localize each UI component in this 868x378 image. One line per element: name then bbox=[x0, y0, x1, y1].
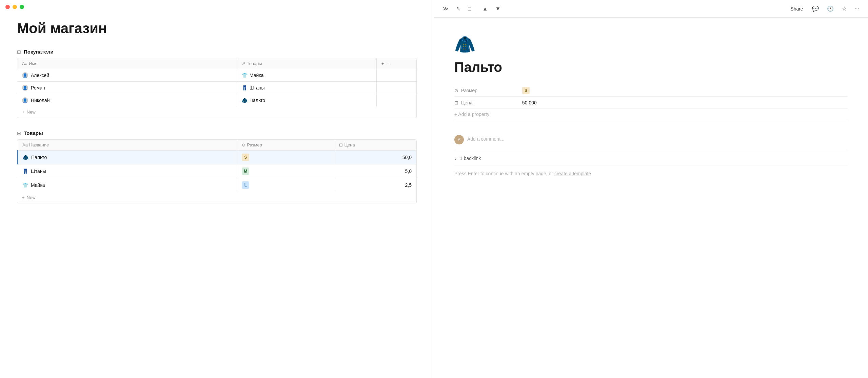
goods-col-name[interactable]: Аа Название bbox=[18, 140, 237, 151]
good-name-cell: 👕 Майка bbox=[18, 178, 237, 192]
text-col-icon-2: Аа bbox=[22, 142, 28, 147]
size-badge: M bbox=[242, 167, 249, 175]
good-name: Майка bbox=[31, 182, 45, 188]
good-size-cell: L bbox=[237, 178, 334, 192]
comment-button[interactable]: 💬 bbox=[810, 4, 821, 13]
collapse-sidebar-button[interactable]: ≫ bbox=[441, 4, 451, 13]
size-prop-icon: ⊙ bbox=[454, 88, 458, 93]
window-controls bbox=[5, 5, 24, 9]
property-value-size[interactable]: S bbox=[522, 87, 848, 94]
table-row[interactable]: 🧥 Пальто S 50,0 bbox=[18, 151, 416, 164]
empty-hint-prefix: Press Enter to continue with an empty pa… bbox=[454, 171, 554, 176]
right-content: 🧥 Пальто ⊙ Размер S ⊡ Цена 50,000 bbox=[434, 18, 868, 378]
backlink-section[interactable]: ↙ 1 backlink bbox=[454, 150, 848, 165]
comment-input[interactable]: Add a comment... bbox=[467, 135, 848, 143]
minimize-button[interactable] bbox=[13, 5, 17, 9]
property-value-price[interactable]: 50,000 bbox=[522, 100, 848, 105]
back-button[interactable]: ↖ bbox=[454, 4, 462, 13]
size-col-icon: ⊙ bbox=[242, 142, 245, 147]
item-name: Майка bbox=[250, 73, 264, 78]
buyers-col-add[interactable]: + ··· bbox=[376, 58, 416, 69]
goods-col-price-label: Цена bbox=[344, 142, 355, 147]
detail-title: Пальто bbox=[454, 60, 848, 75]
buyers-col-goods[interactable]: ↗ Товары bbox=[237, 58, 376, 69]
goods-new-row-label: New bbox=[27, 195, 36, 200]
add-col-icon: + bbox=[381, 61, 384, 66]
item-emoji: 👕 bbox=[242, 73, 248, 78]
create-template-link[interactable]: create a template bbox=[554, 171, 591, 176]
item-emoji: 👖 bbox=[242, 85, 248, 91]
buyers-col-name[interactable]: Аа Имя bbox=[17, 58, 237, 69]
close-button[interactable] bbox=[5, 5, 10, 9]
more-col-icon: ··· bbox=[386, 61, 390, 66]
property-label-size: ⊙ Размер bbox=[454, 88, 522, 93]
buyer-name: Алексей bbox=[31, 73, 49, 78]
goods-col-size-label: Размер bbox=[247, 142, 262, 147]
buyer-name-cell: 👤 Николай bbox=[17, 94, 237, 107]
toolbar-divider bbox=[477, 6, 477, 12]
backlink-label: 1 backlink bbox=[460, 156, 481, 161]
nav-prev-button[interactable]: ▲ bbox=[480, 4, 490, 13]
buyers-new-row[interactable]: + New bbox=[17, 106, 416, 118]
property-row-price: ⊡ Цена 50,000 bbox=[454, 97, 848, 109]
buyer-extra-cell bbox=[376, 69, 416, 82]
table-row[interactable]: 👤 Роман 👖 Штаны bbox=[17, 82, 416, 94]
goods-col-name-label: Название bbox=[29, 142, 49, 147]
buyer-name: Роман bbox=[31, 85, 45, 91]
goods-col-price[interactable]: ⊡ Цена bbox=[334, 140, 416, 151]
good-name-cell: 👖 Штаны bbox=[18, 164, 237, 178]
buyer-item-cell: 🧥 Пальто bbox=[237, 94, 376, 107]
nav-next-button[interactable]: ▼ bbox=[493, 4, 503, 13]
buyer-extra-cell bbox=[376, 94, 416, 107]
goods-col-size[interactable]: ⊙ Размер bbox=[237, 140, 334, 151]
page-title: Мой магазин bbox=[17, 20, 417, 37]
buyer-item-cell: 👕 Майка bbox=[237, 69, 376, 82]
table-row[interactable]: 👤 Алексей 👕 Майка bbox=[17, 69, 416, 82]
item-name: Пальто bbox=[250, 98, 265, 103]
goods-database: ⊞ Товары Аа Название ⊙ bbox=[17, 130, 417, 203]
buyer-name: Николай bbox=[31, 98, 50, 103]
size-badge: L bbox=[242, 181, 249, 189]
good-emoji: 👕 bbox=[22, 182, 28, 188]
goods-db-header: ⊞ Товары bbox=[17, 130, 417, 136]
table-icon-2: ⊞ bbox=[17, 131, 21, 136]
good-emoji: 👖 bbox=[22, 168, 28, 174]
new-row-label: New bbox=[27, 110, 36, 115]
user-icon: 👤 bbox=[22, 97, 28, 103]
add-property-button[interactable]: + Add a property bbox=[454, 109, 848, 120]
goods-new-row[interactable]: + New bbox=[17, 192, 416, 203]
share-button[interactable]: Share bbox=[788, 5, 806, 13]
table-row[interactable]: 👕 Майка L 2,5 bbox=[18, 178, 416, 192]
right-toolbar: ≫ ↖ □ ▲ ▼ Share 💬 🕐 ☆ ··· bbox=[434, 0, 868, 18]
favorite-button[interactable]: ☆ bbox=[840, 4, 849, 13]
right-panel: ≫ ↖ □ ▲ ▼ Share 💬 🕐 ☆ ··· 🧥 Пальто ⊙ Раз… bbox=[434, 0, 868, 378]
table-row[interactable]: 👖 Штаны M 5,0 bbox=[18, 164, 416, 178]
maximize-button[interactable] bbox=[20, 5, 24, 9]
backlink-icon: ↙ bbox=[454, 156, 458, 161]
more-button[interactable]: ··· bbox=[853, 4, 861, 13]
size-badge: S bbox=[242, 154, 249, 161]
goods-table: Аа Название ⊙ Размер ⊡ bbox=[17, 140, 416, 192]
buyers-db-title: Покупатели bbox=[24, 49, 54, 55]
comment-section: A Add a comment... bbox=[454, 128, 848, 150]
good-price-cell: 5,0 bbox=[334, 164, 416, 178]
new-row-plus-icon: + bbox=[22, 110, 25, 115]
good-name-cell: 🧥 Пальто bbox=[18, 151, 237, 164]
full-width-button[interactable]: □ bbox=[466, 4, 473, 13]
good-size-cell: S bbox=[237, 151, 334, 164]
table-row[interactable]: 👤 Николай 🧥 Пальто bbox=[17, 94, 416, 107]
properties-section: ⊙ Размер S ⊡ Цена 50,000 + Add a propert… bbox=[454, 84, 848, 120]
avatar: A bbox=[454, 135, 464, 144]
add-property-label: + Add a property bbox=[454, 112, 489, 117]
empty-page-hint: Press Enter to continue with an empty pa… bbox=[454, 165, 848, 182]
toolbar-left: ≫ ↖ □ ▲ ▼ bbox=[441, 4, 502, 13]
new-row-plus-icon-2: + bbox=[22, 195, 25, 200]
history-button[interactable]: 🕐 bbox=[825, 4, 836, 13]
buyers-table: Аа Имя ↗ Товары + bbox=[17, 58, 416, 106]
table-icon: ⊞ bbox=[17, 49, 21, 55]
price-col-icon: ⊡ bbox=[339, 142, 343, 147]
relation-col-icon: ↗ bbox=[242, 61, 245, 66]
toolbar-right: Share 💬 🕐 ☆ ··· bbox=[788, 4, 861, 13]
buyers-col-goods-label: Товары bbox=[247, 61, 262, 66]
left-panel: Мой магазин ⊞ Покупатели Аа Имя bbox=[0, 0, 434, 378]
